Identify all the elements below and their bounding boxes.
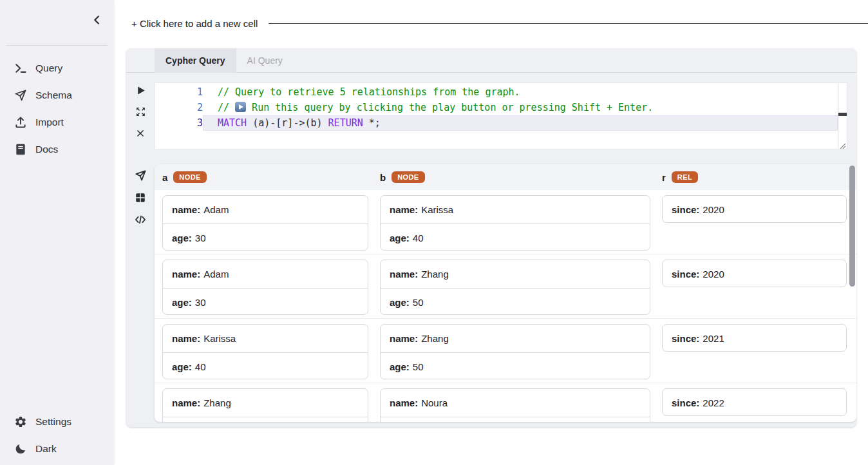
node-card-b: name:Zhang age:50	[380, 260, 650, 315]
property-since: since:2022	[663, 389, 846, 416]
results-panel: a NODE b NODE r REL name:Ad	[155, 164, 856, 422]
property-name: name:Adam	[163, 196, 368, 223]
add-cell-divider	[269, 23, 868, 24]
sidebar-divider	[6, 45, 108, 46]
code-editor[interactable]: 1 // Query to retrieve 5 relationships f…	[155, 82, 847, 149]
result-row: name:Karissa age:40 name:Zhang age:50 si…	[155, 319, 856, 383]
property-since: since:2020	[663, 260, 846, 287]
line-number: 2	[155, 100, 203, 115]
property-age	[163, 417, 368, 422]
property-age: age:40	[163, 352, 368, 379]
column-name: a	[162, 172, 167, 183]
editor-toolbar	[126, 73, 155, 164]
terminal-icon	[14, 62, 27, 75]
close-cell-button[interactable]	[133, 128, 147, 140]
property-name: name:Adam	[163, 260, 368, 288]
gear-icon	[14, 415, 27, 428]
sidebar-nav: Query Schema Import Docs	[0, 55, 114, 163]
graph-view-icon	[135, 169, 147, 184]
add-cell-button[interactable]: + Click here to add a new cell	[131, 18, 868, 29]
sidebar-item-label: Docs	[35, 144, 58, 155]
sidebar-item-import[interactable]: Import	[0, 109, 114, 136]
results-scrollbar[interactable]	[849, 166, 855, 287]
code-text: *;	[363, 117, 381, 129]
node-type-badge: NODE	[173, 171, 206, 183]
tab-bar-spacer	[126, 48, 155, 72]
sidebar-item-label: Import	[35, 117, 64, 128]
node-card-a: name:Adam age:30	[162, 195, 368, 251]
results-toolbar	[126, 164, 155, 427]
property-since: since:2020	[663, 196, 846, 223]
node-card-a: name:Zhang	[162, 388, 368, 422]
column-name: b	[380, 172, 386, 183]
sidebar-item-schema[interactable]: Schema	[0, 82, 114, 109]
results-section: a NODE b NODE r REL name:Ad	[126, 164, 856, 427]
code-comment: // Query to retrieve 5 relationships fro…	[218, 86, 520, 98]
column-name: r	[662, 172, 666, 183]
book-icon	[14, 143, 27, 156]
property-name: name:Zhang	[163, 389, 368, 417]
sidebar: Query Schema Import Docs Settings	[0, 0, 114, 465]
sidebar-collapse-button[interactable]	[90, 13, 105, 28]
node-card-b: name:Zhang age:50	[380, 324, 650, 379]
property-name: name:Zhang	[381, 325, 650, 352]
property-name: name:Zhang	[381, 260, 650, 288]
play-emoji	[235, 102, 246, 112]
rel-card-r: since:2020	[662, 260, 847, 287]
code-text: (a)-[r]->(b)	[247, 117, 328, 129]
play-icon	[135, 85, 146, 98]
node-card-b: name:Karissa age:40	[380, 195, 650, 251]
rel-type-badge: REL	[672, 171, 698, 183]
code-comment: //	[218, 102, 235, 113]
property-age: age:40	[381, 223, 650, 251]
column-header-r: r REL	[662, 171, 847, 183]
property-age: age:30	[163, 223, 368, 251]
upload-icon	[14, 116, 27, 129]
tab-bar: Cypher Query AI Query	[126, 48, 856, 73]
node-type-badge: NODE	[392, 171, 424, 183]
sidebar-item-label: Schema	[35, 90, 72, 101]
results-header: a NODE b NODE r REL	[155, 164, 856, 190]
property-since: since:2021	[663, 325, 846, 352]
results-body: name:Adam age:30 name:Karissa age:40 sin…	[155, 190, 856, 422]
run-query-button[interactable]	[133, 85, 147, 98]
chevron-left-icon	[90, 19, 104, 29]
sidebar-item-dark-mode[interactable]: Dark	[0, 435, 114, 462]
sidebar-item-settings[interactable]: Settings	[0, 408, 114, 435]
close-icon	[136, 129, 145, 140]
line-number: 3	[155, 115, 203, 131]
tab-cypher-query[interactable]: Cypher Query	[155, 48, 236, 73]
code-keyword: RETURN	[328, 117, 363, 129]
table-view-icon	[135, 192, 146, 205]
code-view-icon	[134, 213, 147, 228]
rel-card-r: since:2020	[662, 195, 847, 223]
rel-card-r: since:2022	[662, 388, 847, 416]
node-card-b: name:Noura	[380, 388, 650, 422]
sidebar-item-docs[interactable]: Docs	[0, 136, 114, 163]
property-name: name:Noura	[381, 389, 650, 417]
code-view-button[interactable]	[133, 214, 147, 227]
property-name: name:Karissa	[163, 325, 368, 352]
result-row: name:Adam age:30 name:Zhang age:50 since…	[155, 254, 856, 319]
moon-icon	[14, 442, 27, 455]
result-row: name:Adam age:30 name:Karissa age:40 sin…	[155, 190, 856, 254]
code-line-1: 1 // Query to retrieve 5 relationships f…	[155, 84, 847, 100]
expand-editor-button[interactable]	[133, 106, 147, 119]
main-content: + Click here to add a new cell Cypher Qu…	[114, 0, 868, 465]
code-comment: Run this query by clicking the play butt…	[246, 102, 653, 113]
property-name: name:Karissa	[381, 196, 650, 223]
property-age: age:30	[163, 288, 368, 315]
sidebar-item-query[interactable]: Query	[0, 55, 114, 82]
resize-grip-icon[interactable]	[838, 140, 846, 148]
graph-icon	[14, 89, 27, 102]
sidebar-footer: Settings Dark	[0, 408, 114, 465]
expand-icon	[135, 106, 146, 119]
code-line-3: 3 MATCH (a)-[r]->(b) RETURN *;	[155, 115, 847, 131]
tab-ai-query[interactable]: AI Query	[236, 48, 294, 73]
graph-view-button[interactable]	[133, 170, 147, 183]
line-number: 1	[155, 84, 203, 100]
editor-scrollbar-thumb[interactable]	[838, 113, 847, 116]
query-cell: Cypher Query AI Query 1	[126, 48, 856, 427]
table-view-button[interactable]	[133, 192, 147, 205]
property-age	[381, 417, 650, 422]
